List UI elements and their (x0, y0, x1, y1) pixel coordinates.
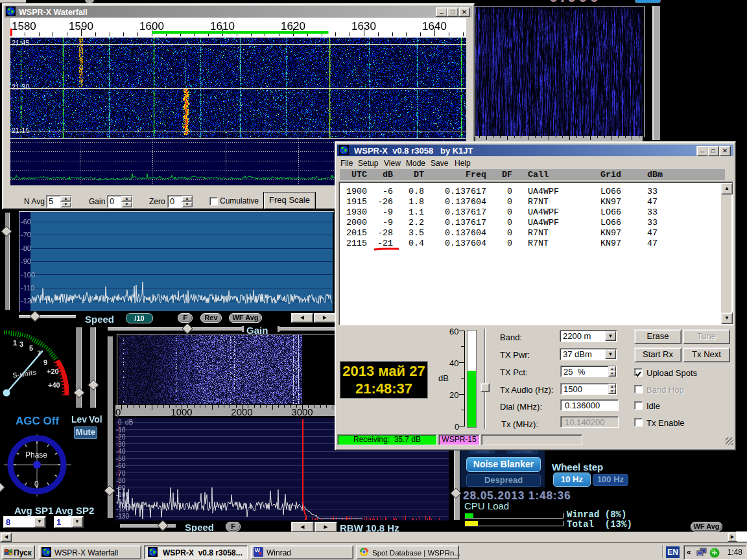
svg-text:5: 5 (29, 344, 33, 352)
svg-text:+20: +20 (47, 368, 59, 375)
svg-text:R: R (259, 551, 263, 557)
svg-text:7: 7 (37, 349, 41, 357)
svg-text:0: 0 (34, 480, 39, 489)
svg-text:9: 9 (43, 358, 47, 366)
svg-text:Phase: Phase (25, 450, 47, 460)
svg-text:+40: +40 (48, 381, 60, 389)
svg-text:3: 3 (19, 340, 23, 348)
svg-text:1: 1 (13, 339, 17, 347)
svg-text:S-units: S-units (12, 368, 38, 379)
